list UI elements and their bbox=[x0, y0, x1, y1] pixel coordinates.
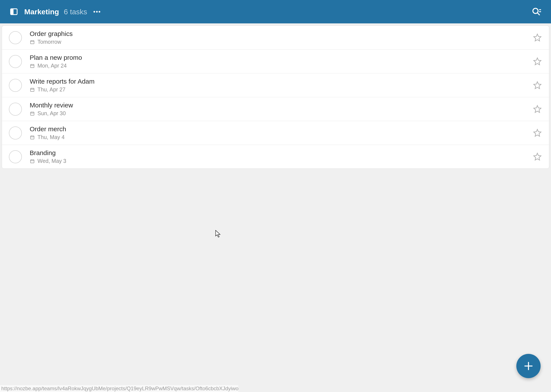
task-content: Order graphicsTomorrow bbox=[30, 30, 532, 45]
task-title: Branding bbox=[30, 149, 532, 157]
task-count-label: 6 tasks bbox=[64, 7, 87, 16]
star-icon bbox=[533, 81, 542, 90]
sidebar-toggle-icon bbox=[9, 7, 18, 16]
svg-rect-6 bbox=[31, 41, 34, 44]
task-checkbox[interactable] bbox=[9, 126, 22, 140]
task-date: Tomorrow bbox=[37, 39, 61, 45]
task-title: Order graphics bbox=[30, 30, 532, 37]
task-list: Order graphicsTomorrowPlan a new promoMo… bbox=[2, 26, 549, 169]
svg-rect-26 bbox=[31, 160, 34, 163]
task-item[interactable]: Order graphicsTomorrow bbox=[2, 26, 549, 49]
search-button[interactable] bbox=[530, 6, 542, 18]
more-options-button[interactable]: ••• bbox=[92, 7, 102, 16]
star-button[interactable] bbox=[532, 32, 543, 43]
task-checkbox[interactable] bbox=[9, 31, 22, 44]
svg-rect-14 bbox=[31, 88, 34, 91]
project-title: Marketing bbox=[24, 7, 59, 16]
task-date-row: Mon, Apr 24 bbox=[30, 63, 532, 69]
task-date: Wed, May 3 bbox=[37, 158, 66, 164]
calendar-icon bbox=[30, 159, 35, 164]
plus-icon bbox=[523, 361, 534, 371]
star-icon bbox=[533, 105, 542, 113]
task-item[interactable]: Monthly reviewSun, Apr 30 bbox=[2, 97, 549, 121]
task-item[interactable]: Order merchThu, May 4 bbox=[2, 121, 549, 145]
calendar-icon bbox=[30, 111, 35, 116]
task-checkbox[interactable] bbox=[9, 55, 22, 68]
search-icon bbox=[531, 7, 541, 16]
task-item[interactable]: Plan a new promoMon, Apr 24 bbox=[2, 49, 549, 73]
calendar-icon bbox=[30, 63, 35, 69]
task-content: Monthly reviewSun, Apr 30 bbox=[30, 102, 532, 117]
task-checkbox[interactable] bbox=[9, 150, 22, 163]
star-button[interactable] bbox=[532, 151, 543, 162]
task-date-row: Tomorrow bbox=[30, 39, 532, 45]
add-task-button[interactable] bbox=[516, 354, 541, 378]
task-date-row: Thu, Apr 27 bbox=[30, 86, 532, 93]
svg-line-3 bbox=[537, 13, 539, 15]
task-date-row: Wed, May 3 bbox=[30, 158, 532, 164]
task-date: Sun, Apr 30 bbox=[37, 110, 66, 117]
star-icon bbox=[533, 129, 542, 137]
task-date: Thu, Apr 27 bbox=[37, 86, 65, 93]
calendar-icon bbox=[30, 39, 35, 45]
task-title: Plan a new promo bbox=[30, 54, 532, 61]
task-title: Monthly review bbox=[30, 102, 532, 109]
task-title: Write reports for Adam bbox=[30, 78, 532, 85]
task-checkbox[interactable] bbox=[9, 79, 22, 92]
star-icon bbox=[533, 153, 542, 161]
task-item[interactable]: Write reports for AdamThu, Apr 27 bbox=[2, 73, 549, 97]
task-date: Mon, Apr 24 bbox=[37, 63, 67, 69]
task-content: BrandingWed, May 3 bbox=[30, 149, 532, 164]
task-checkbox[interactable] bbox=[9, 103, 22, 116]
task-content: Plan a new promoMon, Apr 24 bbox=[30, 54, 532, 69]
task-date: Thu, May 4 bbox=[37, 134, 64, 140]
app-header: Marketing 6 tasks ••• bbox=[0, 0, 551, 23]
task-date-row: Sun, Apr 30 bbox=[30, 110, 532, 117]
calendar-icon bbox=[30, 87, 35, 92]
task-content: Write reports for AdamThu, Apr 27 bbox=[30, 78, 532, 93]
star-button[interactable] bbox=[532, 127, 543, 139]
star-icon bbox=[533, 33, 542, 42]
task-date-row: Thu, May 4 bbox=[30, 134, 532, 140]
star-icon bbox=[533, 57, 542, 66]
ellipsis-icon: ••• bbox=[93, 8, 101, 15]
mouse-cursor bbox=[215, 230, 221, 238]
svg-rect-10 bbox=[31, 64, 34, 68]
svg-rect-1 bbox=[11, 9, 14, 15]
svg-rect-18 bbox=[31, 112, 34, 115]
status-bar-url: https://nozbe.app/teams/lv4aRokwJqygUbMe… bbox=[0, 385, 238, 392]
svg-rect-22 bbox=[31, 136, 34, 139]
star-button[interactable] bbox=[532, 104, 543, 115]
task-item[interactable]: BrandingWed, May 3 bbox=[2, 145, 549, 168]
calendar-icon bbox=[30, 135, 35, 140]
star-button[interactable] bbox=[532, 80, 543, 91]
task-title: Order merch bbox=[30, 126, 532, 133]
task-content: Order merchThu, May 4 bbox=[30, 126, 532, 140]
sidebar-toggle-button[interactable] bbox=[9, 7, 19, 17]
star-button[interactable] bbox=[532, 56, 543, 67]
